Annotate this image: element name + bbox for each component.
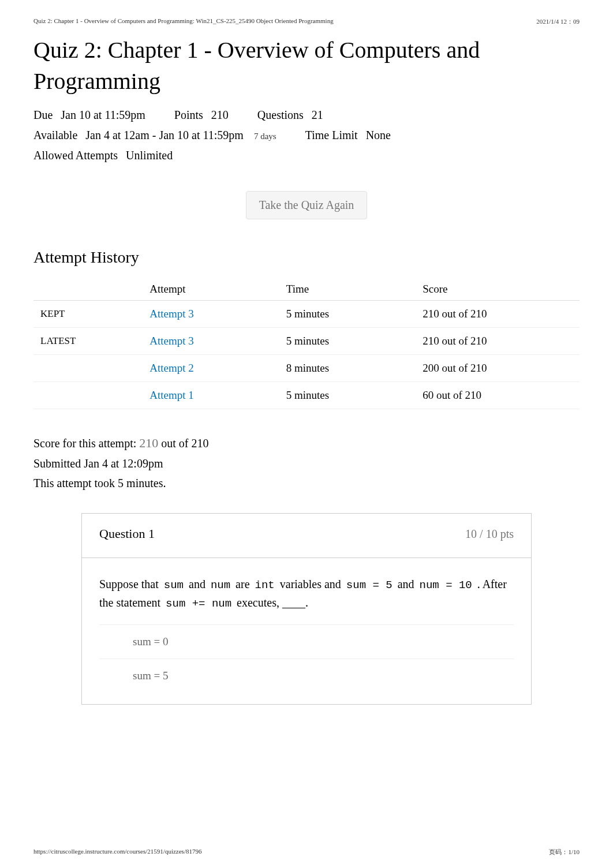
print-footer: https://citruscollege.instructure.com/co… — [33, 848, 580, 856]
attempt-status: LATEST — [33, 328, 143, 355]
summary-score-value: 210 — [139, 436, 158, 450]
attempt-time: 5 minutes — [279, 301, 416, 328]
summary-score-label: Score for this attempt: — [33, 437, 136, 450]
meta-available-value: Jan 4 at 12am - Jan 10 at 11:59pm — [85, 129, 244, 142]
meta-time-limit-value: None — [366, 129, 391, 142]
history-header-row: Attempt Time Score — [33, 278, 580, 301]
meta-available-aside: 7 days — [254, 132, 276, 141]
meta-questions-value: 21 — [312, 108, 323, 122]
meta-points-label: Points — [174, 108, 203, 122]
question-text: Suppose that sum and num are int variabl… — [82, 558, 531, 624]
q-code-seg: int — [253, 579, 277, 592]
answer-option[interactable]: sum = 5 — [99, 659, 514, 693]
meta-available-label: Available — [33, 129, 77, 142]
page-title: Quiz 2: Chapter 1 - Overview of Computer… — [33, 35, 580, 97]
question-points: 10 / 10 pts — [465, 527, 514, 541]
meta-questions-label: Questions — [257, 108, 304, 122]
meta-time-limit-label: Time Limit — [305, 129, 358, 142]
attempt-link[interactable]: Attempt 2 — [149, 362, 194, 374]
header-breadcrumb: Quiz 2: Chapter 1 - Overview of Computer… — [33, 17, 334, 26]
q-text-seg: variables and — [280, 578, 344, 590]
q-text-seg: and — [189, 578, 208, 590]
summary-submitted: Submitted Jan 4 at 12:09pm — [33, 454, 580, 473]
attempt-link[interactable]: Attempt 3 — [149, 308, 194, 320]
answer-option[interactable]: sum = 0 — [99, 624, 514, 659]
q-code-seg: sum — [162, 579, 186, 592]
q-text-seg: and — [398, 578, 417, 590]
q-text-seg: executes, ____. — [237, 596, 308, 609]
meta-due-value: Jan 10 at 11:59pm — [61, 108, 145, 122]
q-code-seg: num = 10 — [417, 579, 474, 592]
q-code-seg: sum += num — [163, 597, 234, 610]
attempt-time: 5 minutes — [279, 328, 416, 355]
attempt-score: 210 out of 210 — [416, 328, 580, 355]
take-quiz-again-button[interactable]: Take the Quiz Again — [246, 191, 368, 219]
attempt-time: 5 minutes — [279, 382, 416, 409]
meta-due: Due Jan 10 at 11:59pm — [33, 108, 145, 122]
table-row: KEPT Attempt 3 5 minutes 210 out of 210 — [33, 301, 580, 328]
table-row: Attempt 1 5 minutes 60 out of 210 — [33, 382, 580, 409]
meta-points: Points 210 — [174, 108, 229, 122]
print-header: Quiz 2: Chapter 1 - Overview of Computer… — [17, 17, 596, 26]
footer-url: https://citruscollege.instructure.com/co… — [33, 848, 201, 856]
table-row: LATEST Attempt 3 5 minutes 210 out of 21… — [33, 328, 580, 355]
meta-questions: Questions 21 — [257, 108, 323, 122]
attempt-link[interactable]: Attempt 3 — [149, 335, 194, 347]
summary-score-suffix: out of 210 — [161, 437, 208, 450]
attempt-summary: Score for this attempt: 210 out of 210 S… — [33, 432, 580, 493]
history-col-status — [33, 278, 143, 301]
attempt-score: 60 out of 210 — [416, 382, 580, 409]
q-code-seg: num — [208, 579, 233, 592]
q-code-seg: sum = 5 — [344, 579, 395, 592]
attempt-history-heading: Attempt History — [33, 248, 580, 267]
summary-duration: This attempt took 5 minutes. — [33, 473, 580, 493]
footer-page-number: 页码：1/10 — [549, 848, 580, 856]
table-row: Attempt 2 8 minutes 200 out of 210 — [33, 355, 580, 382]
history-table: Attempt Time Score KEPT Attempt 3 5 minu… — [33, 278, 580, 409]
attempt-status — [33, 382, 143, 409]
meta-allowed-label: Allowed Attempts — [33, 149, 118, 162]
history-col-attempt: Attempt — [143, 278, 279, 301]
header-timestamp: 2021/1/4 12：09 — [536, 17, 580, 26]
meta-points-value: 210 — [211, 108, 229, 122]
question-label: Question 1 — [99, 526, 155, 541]
meta-allowed-value: Unlimited — [126, 149, 173, 162]
q-text-seg: are — [236, 578, 252, 590]
question-card: Question 1 10 / 10 pts Suppose that sum … — [81, 513, 532, 705]
attempt-status: KEPT — [33, 301, 143, 328]
attempt-status — [33, 355, 143, 382]
meta-due-label: Due — [33, 108, 53, 122]
history-col-score: Score — [416, 278, 580, 301]
attempt-score: 210 out of 210 — [416, 301, 580, 328]
q-text-seg: Suppose that — [99, 578, 162, 590]
answer-list: sum = 0 sum = 5 — [82, 624, 531, 704]
attempt-time: 8 minutes — [279, 355, 416, 382]
meta-allowed-attempts: Allowed Attempts Unlimited — [33, 149, 173, 162]
meta-available: Available Jan 4 at 12am - Jan 10 at 11:5… — [33, 129, 276, 142]
meta-time-limit: Time Limit None — [305, 129, 391, 142]
attempt-score: 200 out of 210 — [416, 355, 580, 382]
attempt-link[interactable]: Attempt 1 — [149, 389, 194, 401]
quiz-meta: Due Jan 10 at 11:59pm Points 210 Questio… — [33, 108, 580, 162]
history-col-time: Time — [279, 278, 416, 301]
